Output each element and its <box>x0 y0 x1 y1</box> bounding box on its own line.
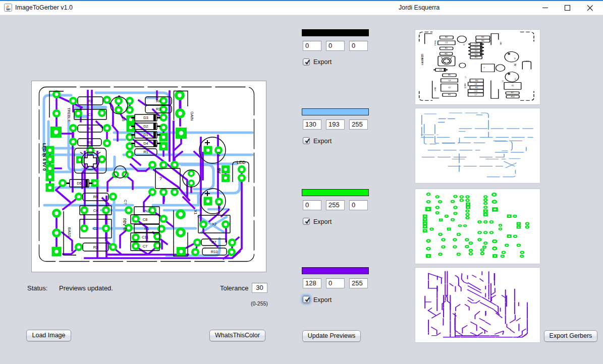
svg-text:C2: C2 <box>93 226 98 231</box>
svg-text:C11: C11 <box>474 90 477 92</box>
svg-text:C7: C7 <box>143 244 148 249</box>
svg-text:R4: R4 <box>481 37 484 38</box>
svg-text:?: ? <box>159 176 162 181</box>
svg-text:C4: C4 <box>448 80 451 81</box>
svg-text:LED: LED <box>525 60 529 63</box>
svg-text:D1: D1 <box>475 50 477 51</box>
svg-text:X1: X1 <box>193 210 198 215</box>
svg-text:C?: C? <box>464 76 466 78</box>
svg-text:GAIN: GAIN <box>500 42 502 46</box>
svg-text:X1: X1 <box>502 80 504 82</box>
svg-text:R1: R1 <box>143 150 148 154</box>
svg-text:R10: R10 <box>211 250 218 254</box>
svg-text:TREBLE: TREBLE <box>434 40 436 46</box>
svg-text:IN2: IN2 <box>144 209 150 213</box>
svg-text:R6: R6 <box>445 53 448 54</box>
svg-text:GAIN: GAIN <box>190 111 194 120</box>
svg-text:D1: D1 <box>143 133 148 137</box>
svg-text:9V: 9V <box>514 64 517 66</box>
svg-text:D5: D5 <box>440 69 442 71</box>
svg-text:X2: X2 <box>511 85 514 87</box>
svg-text:R6: R6 <box>87 140 92 145</box>
svg-text:D2: D2 <box>475 47 477 48</box>
svg-text:C1: C1 <box>445 42 448 43</box>
svg-text:R4: R4 <box>156 99 161 103</box>
svg-text:R5: R5 <box>448 75 451 76</box>
svg-text:BASS: BASS <box>434 87 436 91</box>
svg-text:X2: X2 <box>212 222 216 226</box>
svg-text:D4: D4 <box>143 141 148 146</box>
svg-text:R1: R1 <box>144 226 149 231</box>
svg-text:9V: 9V <box>216 168 222 173</box>
svg-text:D3: D3 <box>475 43 477 45</box>
svg-text:rev II: rev II <box>122 218 128 230</box>
svg-text:C6: C6 <box>121 116 126 122</box>
svg-text:C6: C6 <box>463 43 465 45</box>
svg-text:R3: R3 <box>448 94 451 96</box>
svg-text:LED IN 6 9V 0: LED IN 6 9V 0 <box>421 54 424 65</box>
svg-text:LED: LED <box>237 160 246 165</box>
svg-text:BASS: BASS <box>67 227 72 237</box>
svg-text:C8: C8 <box>143 217 148 222</box>
svg-text:C2: C2 <box>448 87 451 88</box>
svg-text:C?: C? <box>123 200 128 205</box>
svg-text:R1: R1 <box>475 87 478 88</box>
svg-text:R1: R1 <box>445 47 448 49</box>
svg-text:R3: R3 <box>93 245 98 250</box>
svg-text:D4: D4 <box>475 53 477 55</box>
svg-text:C8: C8 <box>474 83 477 85</box>
svg-text:C7: C7 <box>474 94 477 95</box>
svg-text:R3: R3 <box>481 40 484 41</box>
svg-text:R7: R7 <box>211 240 216 245</box>
svg-text:R3: R3 <box>156 107 161 111</box>
svg-text:LED IN 6 9V 0: LED IN 6 9V 0 <box>42 143 47 171</box>
svg-text:C4: C4 <box>93 208 98 213</box>
svg-text:R5: R5 <box>93 195 98 199</box>
svg-text:D3: D3 <box>143 115 148 120</box>
svg-text:D5: D5 <box>77 181 82 186</box>
svg-text:R2: R2 <box>88 99 93 103</box>
svg-text:C1: C1 <box>88 112 93 117</box>
svg-text:C3: C3 <box>217 204 222 209</box>
svg-text:R2: R2 <box>445 37 448 38</box>
svg-text:IN2: IN2 <box>475 80 478 81</box>
svg-text:R10: R10 <box>511 96 514 97</box>
svg-text:rev II: rev II <box>463 84 467 89</box>
svg-text:?: ? <box>483 67 485 69</box>
svg-text:R1: R1 <box>88 127 93 131</box>
svg-text:TREBLE: TREBLE <box>67 107 71 122</box>
svg-text:R7: R7 <box>511 92 514 94</box>
svg-text:C5: C5 <box>216 152 221 157</box>
svg-text:C3: C3 <box>514 78 517 80</box>
svg-text:D2: D2 <box>143 124 148 129</box>
svg-text:R1: R1 <box>475 57 477 58</box>
svg-text:C5: C5 <box>514 57 516 59</box>
svg-text:C11: C11 <box>142 235 148 239</box>
